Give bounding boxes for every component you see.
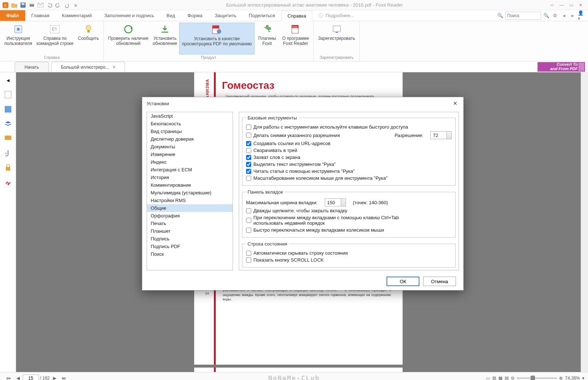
view-cover-icon[interactable]: ▤ xyxy=(505,376,509,380)
cat-trust[interactable]: Диспетчер доверия xyxy=(147,135,233,143)
cat-history[interactable]: История xyxy=(147,174,233,181)
tab-form[interactable]: Форма xyxy=(181,10,209,21)
hand-icon[interactable] xyxy=(63,1,71,9)
cat-ecm[interactable]: Интеграция с ECM xyxy=(147,166,233,174)
cat-general[interactable]: Общие xyxy=(147,204,233,212)
chk-dblclose[interactable] xyxy=(246,208,251,213)
chk-capture[interactable] xyxy=(246,155,251,160)
zoom-slider[interactable] xyxy=(517,377,557,379)
report-button[interactable]: Сообщить xyxy=(76,23,101,54)
cat-pdfsign[interactable]: Подпись PDF xyxy=(147,243,233,250)
dialog-close-icon[interactable]: ✕ xyxy=(452,100,459,106)
minimize-icon[interactable]: — xyxy=(559,3,565,8)
cat-tablet[interactable]: Планшет xyxy=(147,227,233,235)
chk-snapshots[interactable] xyxy=(246,133,251,138)
close-window-icon[interactable]: ✕ xyxy=(578,3,584,8)
about-button[interactable]: PDFО программе Foxit Reader xyxy=(280,23,311,54)
settings-gear-icon[interactable]: ⚙ xyxy=(551,12,559,19)
comments-panel-icon[interactable] xyxy=(4,134,12,142)
cmd-help-button[interactable]: C:\Справка по командной строке xyxy=(34,23,76,54)
tab-protect[interactable]: Защитить xyxy=(208,10,242,21)
chk-autohide[interactable] xyxy=(246,251,251,256)
tab-help[interactable]: Справка xyxy=(281,11,312,21)
zoom-out-icon[interactable]: ⊖ xyxy=(511,376,514,380)
resolution-field[interactable]: 72 xyxy=(430,131,452,139)
cat-pageview[interactable]: Вид страницы xyxy=(147,128,233,135)
cat-comment[interactable]: Комментирование xyxy=(147,181,233,189)
ok-button[interactable]: ОК xyxy=(387,277,419,286)
last-page-icon[interactable]: ⏭ xyxy=(59,374,69,380)
save-icon[interactable] xyxy=(19,1,27,9)
category-list[interactable]: JavaScript Безопасность Вид страницы Дис… xyxy=(147,112,233,270)
security-panel-icon[interactable] xyxy=(4,164,12,172)
cat-measure[interactable]: Измерение xyxy=(147,151,233,158)
view-single-icon[interactable]: ▭ xyxy=(486,376,490,380)
cat-javascript[interactable]: JavaScript xyxy=(147,112,233,120)
chk-wheeltabs[interactable] xyxy=(246,228,251,233)
tab-view[interactable]: Вид xyxy=(160,10,181,21)
cat-signature[interactable]: Подпись xyxy=(147,235,233,243)
mail-icon[interactable] xyxy=(37,1,45,9)
chk-handzoom[interactable] xyxy=(246,176,251,181)
close-tab-icon[interactable]: × xyxy=(113,65,115,70)
view-facing-icon[interactable]: ▦ xyxy=(498,376,502,380)
set-default-button[interactable]: Установить в качестве просмотрщика PDF п… xyxy=(179,23,254,54)
chk-handselect[interactable] xyxy=(246,162,251,167)
ribbon-toggle-icon[interactable]: ▫▫ xyxy=(549,3,555,8)
qat-more-icon[interactable] xyxy=(72,1,80,9)
pages-panel-icon[interactable] xyxy=(4,91,12,99)
convert-badge[interactable]: Convert To and From PDF xyxy=(538,62,585,72)
nav-prev-icon[interactable]: ◂ xyxy=(560,12,568,19)
vertical-scrollbar[interactable] xyxy=(581,72,588,372)
zoom-dropdown-icon[interactable]: ▾ xyxy=(582,376,584,380)
document-tab[interactable]: Большой иллюстриро... × xyxy=(51,62,125,72)
maximize-icon[interactable]: ▭ xyxy=(568,3,574,8)
tab-file[interactable]: Файл xyxy=(0,10,25,21)
view-cont-icon[interactable]: ▥ xyxy=(492,376,496,380)
cat-rms[interactable]: Настройки RMS xyxy=(147,197,233,204)
start-tab[interactable]: Начать xyxy=(15,62,49,72)
tab-share[interactable]: Поделиться xyxy=(242,10,281,21)
register-button[interactable]: Зарегистрировать xyxy=(316,23,357,54)
layers-panel-icon[interactable] xyxy=(4,120,12,128)
cat-search[interactable]: Поиск xyxy=(147,250,233,258)
print-icon[interactable] xyxy=(28,1,36,9)
chk-tray[interactable] xyxy=(246,148,251,153)
find-icon[interactable]: 🔍 xyxy=(497,12,504,19)
cat-index[interactable]: Индекс xyxy=(147,158,233,166)
nav-next-icon[interactable]: ▸ xyxy=(569,12,576,19)
user-guide-button[interactable]: Инструкция пользователя xyxy=(2,23,34,54)
tab-comment[interactable]: Комментарий xyxy=(56,10,98,21)
chk-scrolllock[interactable] xyxy=(246,258,251,263)
cat-spelling[interactable]: Орфография xyxy=(147,212,233,220)
cat-multimedia[interactable]: Мультимедиа (устаревшие) xyxy=(147,189,233,197)
install-update-button[interactable]: Установить обновление xyxy=(151,23,180,54)
cancel-button[interactable]: Отмена xyxy=(423,277,456,286)
chk-handarticles[interactable] xyxy=(246,169,251,174)
zoom-in-icon[interactable]: ⊕ xyxy=(559,376,563,380)
signatures-panel-icon[interactable] xyxy=(4,178,12,186)
search-input[interactable] xyxy=(505,12,541,20)
redo-icon[interactable] xyxy=(54,1,62,9)
next-page-icon[interactable]: ▶ xyxy=(50,374,59,380)
attachments-panel-icon[interactable] xyxy=(4,149,12,157)
chk-ctrltab[interactable] xyxy=(246,218,251,223)
cat-documents[interactable]: Документы xyxy=(147,143,233,151)
zoom-thumb[interactable] xyxy=(531,376,535,380)
chk-urllinks[interactable] xyxy=(246,141,251,146)
page-input[interactable] xyxy=(23,375,39,380)
tab-home[interactable]: Главная xyxy=(25,10,56,21)
app-icon[interactable]: c xyxy=(1,1,10,9)
user-icon[interactable]: 👤▾ xyxy=(578,12,585,19)
check-updates-button[interactable]: Проверить наличие обновлений xyxy=(106,23,151,54)
cat-security[interactable]: Безопасность xyxy=(147,120,233,128)
chk-hotkeys[interactable] xyxy=(246,125,251,130)
tab-more[interactable]: ⓘ Подробнее... xyxy=(312,10,360,21)
bookmarks-panel-icon[interactable] xyxy=(4,105,12,113)
tab-fillsign[interactable]: Заполнение и подпись xyxy=(98,10,160,21)
open-icon[interactable] xyxy=(10,1,18,9)
maxwidth-field[interactable]: 150 xyxy=(325,198,346,206)
first-page-icon[interactable]: ⏮ xyxy=(4,374,13,380)
plugins-button[interactable]: Плагины Foxit xyxy=(255,23,280,54)
nav-collapse-icon[interactable]: ◂ xyxy=(4,76,12,84)
